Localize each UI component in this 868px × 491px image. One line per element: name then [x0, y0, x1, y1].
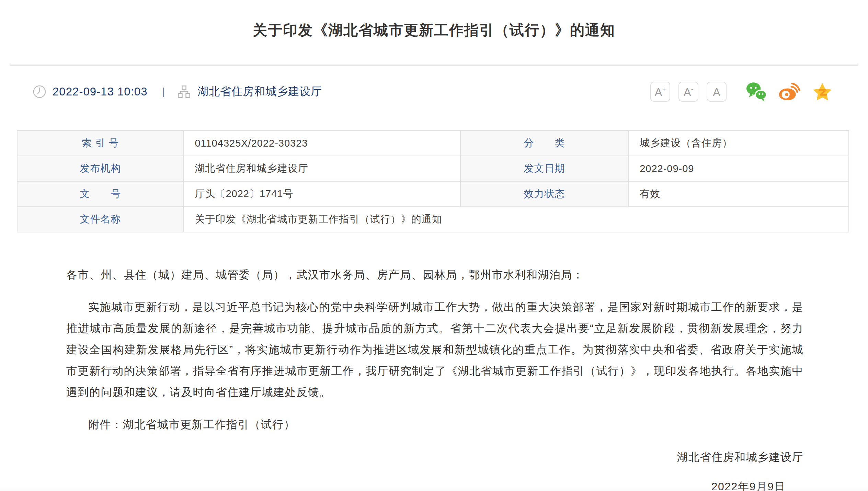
font-reset-button[interactable]: A — [707, 82, 727, 102]
info-label-index-number: 索 引 号 — [17, 130, 183, 156]
info-value-category: 城乡建设（含住房） — [628, 130, 849, 156]
font-reset-label: A — [713, 87, 720, 98]
info-value-validity-status: 有效 — [628, 181, 849, 207]
meta-separator: | — [162, 86, 165, 98]
publish-time: 2022-09-13 10:03 — [53, 85, 148, 98]
page: 关于印发《湖北省城市更新工作指引（试行）》的通知 2022-09-13 10:0… — [0, 20, 868, 491]
table-row: 索 引 号 01104325X/2022-30323 分 类 城乡建设（含住房） — [17, 130, 849, 156]
info-value-issue-date: 2022-09-09 — [628, 156, 849, 181]
info-value-doc-number: 厅头〔2022〕1741号 — [183, 181, 460, 207]
info-value-issuing-agency: 湖北省住房和城乡建设厅 — [183, 156, 460, 181]
font-decrease-button[interactable]: A- — [678, 82, 698, 102]
info-label-category: 分 类 — [460, 130, 628, 156]
info-table: 索 引 号 01104325X/2022-30323 分 类 城乡建设（含住房）… — [17, 130, 849, 232]
signature: 湖北省住房和城乡建设厅 — [66, 446, 803, 468]
info-value-document-title: 关于印发《湖北省城市更新工作指引（试行）》的通知 — [183, 207, 849, 232]
table-row: 文 号 厅头〔2022〕1741号 效力状态 有效 — [17, 181, 849, 207]
clock-icon — [33, 85, 46, 99]
page-title: 关于印发《湖北省城市更新工作指引（试行）》的通知 — [0, 20, 868, 41]
signature-date: 2022年9月9日 — [66, 476, 803, 491]
meta-right: A+ A- A — [650, 81, 834, 102]
info-value-index-number: 01104325X/2022-30323 — [183, 130, 460, 156]
font-decrease-sup: - — [691, 86, 693, 92]
attachment-line: 附件：湖北省城市更新工作指引（试行） — [66, 414, 803, 435]
info-label-issuing-agency: 发布机构 — [17, 156, 183, 181]
font-decrease-label: A — [684, 87, 691, 98]
source-link[interactable]: 湖北省住房和城乡建设厅 — [197, 84, 322, 99]
org-structure-icon — [178, 85, 191, 98]
info-label-issue-date: 发文日期 — [460, 156, 628, 181]
font-increase-label: A — [654, 87, 662, 98]
qzone-star-icon[interactable] — [811, 81, 834, 102]
font-increase-button[interactable]: A+ — [650, 82, 670, 102]
info-label-validity-status: 效力状态 — [460, 181, 628, 207]
info-label-document-title: 文件名称 — [17, 207, 183, 232]
weibo-icon[interactable] — [778, 81, 801, 102]
main-paragraph: 实施城市更新行动，是以习近平总书记为核心的党中央科学研判城市工作大势，做出的重大… — [66, 296, 803, 403]
meta-left: 2022-09-13 10:03 | 湖北省住房和城乡建设厅 — [33, 84, 322, 99]
table-row: 文件名称 关于印发《湖北省城市更新工作指引（试行）》的通知 — [17, 207, 849, 232]
info-label-doc-number: 文 号 — [17, 181, 183, 207]
wechat-icon[interactable] — [745, 81, 768, 102]
salutation: 各市、州、县住（城）建局、城管委（局），武汉市水务局、房产局、园林局，鄂州市水利… — [66, 264, 803, 285]
font-increase-sup: + — [662, 86, 666, 92]
header-divider — [10, 65, 858, 66]
document-body: 各市、州、县住（城）建局、城管委（局），武汉市水务局、房产局、园林局，鄂州市水利… — [66, 264, 803, 491]
meta-bar: 2022-09-13 10:03 | 湖北省住房和城乡建设厅 A+ A- A — [33, 81, 834, 103]
table-row: 发布机构 湖北省住房和城乡建设厅 发文日期 2022-09-09 — [17, 156, 849, 181]
